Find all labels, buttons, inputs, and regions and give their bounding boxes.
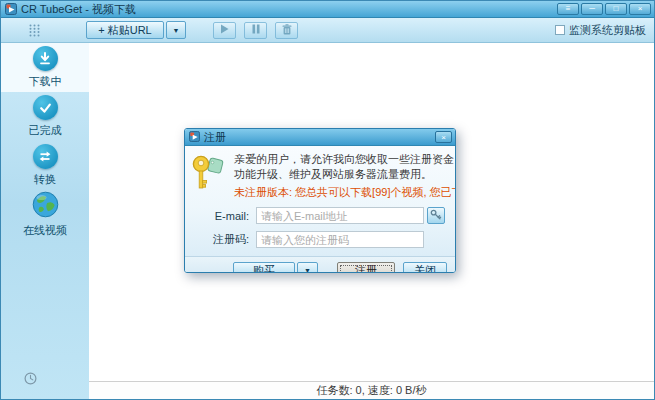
key-tag-icon: [191, 152, 227, 200]
convert-icon: [33, 144, 58, 169]
delete-task-button[interactable]: [275, 22, 298, 39]
clock-icon[interactable]: [24, 372, 37, 385]
app-icon: [5, 3, 17, 15]
pause-icon: [252, 24, 260, 36]
app-window: CR TubeGet - 视频下载 ≡ ─ □ × + 粘贴URL ▼ 监测系统…: [0, 0, 655, 400]
trash-icon: [282, 24, 292, 37]
dialog-footer: 购买 ▼ 注册 关闭: [185, 256, 455, 273]
email-key-button[interactable]: [427, 207, 445, 224]
dialog-body: 亲爱的用户，请允许我向您收取一些注册资金，以维持功能升级、维护及网站服务器流量费…: [185, 146, 455, 248]
download-icon: [33, 46, 58, 71]
paste-url-dropdown-button[interactable]: ▼: [166, 21, 186, 39]
checkbox-box-icon[interactable]: [555, 25, 565, 35]
buy-button[interactable]: 购买: [233, 262, 295, 273]
sidebar-item-completed[interactable]: 已完成: [1, 92, 89, 141]
sidebar-item-downloading[interactable]: 下载中: [1, 43, 89, 92]
dialog-warning-text: 未注册版本: 您总共可以下载[99]个视频, 您已下载了[0]个: [234, 185, 456, 200]
statusbar: 任务数: 0, 速度: 0 B/秒: [89, 381, 654, 399]
sidebar-item-label: 在线视频: [23, 223, 67, 238]
sidebar-item-label: 下载中: [29, 74, 62, 89]
start-download-button[interactable]: [213, 22, 236, 39]
globe-icon: [32, 191, 59, 220]
email-label: E-mail:: [201, 210, 249, 222]
paste-url-group: + 粘贴URL ▼: [86, 21, 186, 39]
check-icon: [33, 95, 58, 120]
dialog-titlebar[interactable]: 注册 ×: [185, 129, 455, 146]
minimize-button[interactable]: ─: [581, 3, 603, 15]
monitor-clipboard-label: 监测系统剪贴板: [569, 23, 646, 38]
register-dialog: 注册 × 亲爱的用户，请允许我向您收取一些注册资金，: [184, 128, 456, 273]
monitor-clipboard-checkbox[interactable]: 监测系统剪贴板: [555, 23, 646, 38]
window-controls: ≡ ─ □ ×: [557, 3, 651, 15]
regcode-input[interactable]: [256, 231, 424, 248]
toolbar-grip-icon[interactable]: [29, 24, 40, 37]
sidebar: 下载中 已完成 转换 在线视频: [1, 43, 89, 399]
sidebar-item-online-video[interactable]: 在线视频: [1, 190, 89, 239]
pause-download-button[interactable]: [244, 22, 267, 39]
sidebar-item-label: 转换: [34, 172, 56, 187]
dialog-message: 亲爱的用户，请允许我向您收取一些注册资金，以维持功能升级、维护及网站服务器流量费…: [234, 152, 456, 181]
menu-button[interactable]: ≡: [557, 3, 579, 15]
dialog-app-icon: [189, 131, 200, 144]
dialog-close-button[interactable]: ×: [435, 131, 452, 143]
titlebar[interactable]: CR TubeGet - 视频下载 ≡ ─ □ ×: [1, 1, 654, 18]
register-button[interactable]: 注册: [337, 262, 395, 273]
email-input[interactable]: [256, 207, 424, 224]
status-text: 任务数: 0, 速度: 0 B/秒: [316, 383, 426, 398]
close-dialog-button[interactable]: 关闭: [403, 262, 447, 273]
close-window-button[interactable]: ×: [629, 3, 651, 15]
paste-url-button[interactable]: + 粘贴URL: [86, 21, 164, 39]
play-icon: [220, 24, 229, 36]
window-title: CR TubeGet - 视频下载: [21, 2, 136, 17]
small-key-icon: [430, 209, 442, 223]
sidebar-item-convert[interactable]: 转换: [1, 141, 89, 190]
sidebar-item-label: 已完成: [29, 123, 62, 138]
dialog-title: 注册: [204, 130, 226, 145]
toolbar: + 粘贴URL ▼ 监测系统剪贴板: [1, 18, 654, 43]
buy-dropdown-button[interactable]: ▼: [297, 262, 318, 273]
maximize-button[interactable]: □: [605, 3, 627, 15]
regcode-label: 注册码:: [201, 232, 249, 247]
